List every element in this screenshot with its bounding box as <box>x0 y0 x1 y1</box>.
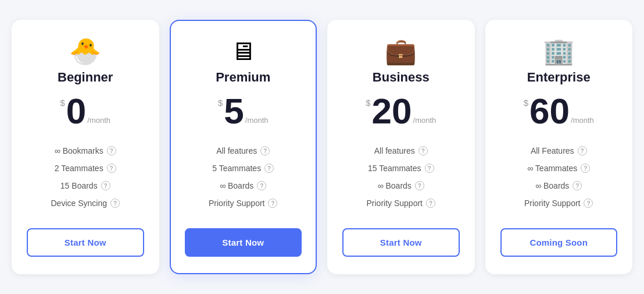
business-icon: 💼 <box>385 38 417 64</box>
plan-card-enterprise: 🏢Enterprise$60/monthAll Features?∞ Teamm… <box>485 20 633 274</box>
premium-feature-text-2: ∞ Boards <box>220 181 253 190</box>
business-feature-text-0: All features <box>374 146 415 155</box>
enterprise-title: Enterprise <box>527 70 591 85</box>
premium-icon: 🖥 <box>230 38 256 64</box>
business-feature-text-2: ∞ Boards <box>378 181 412 190</box>
premium-feature-0: All features? <box>185 142 302 160</box>
business-price-row: $20/month <box>366 93 436 129</box>
premium-feature-text-1: 5 Teammates <box>212 164 261 173</box>
business-feature-1: 15 Teammates? <box>342 160 460 177</box>
premium-feature-2: ∞ Boards? <box>185 177 302 194</box>
beginner-feature-text-3: Device Syncing <box>51 199 108 208</box>
business-feature-help-3[interactable]: ? <box>426 199 435 208</box>
enterprise-period: /month <box>571 116 594 125</box>
business-feature-0: All features? <box>342 142 460 160</box>
enterprise-feature-text-1: ∞ Teammates <box>527 164 577 173</box>
premium-amount: 5 <box>224 93 244 129</box>
premium-feature-text-0: All features <box>216 146 257 155</box>
beginner-feature-help-1[interactable]: ? <box>107 164 116 173</box>
premium-feature-help-1[interactable]: ? <box>264 164 274 173</box>
beginner-price-row: $0/month <box>60 93 110 129</box>
enterprise-features: All Features?∞ Teammates?∞ Boards?Priori… <box>500 142 618 212</box>
premium-feature-3: Priority Support? <box>185 194 302 212</box>
business-period: /month <box>413 116 437 125</box>
premium-title: Premium <box>216 70 270 85</box>
enterprise-price-row: $60/month <box>524 93 594 129</box>
plan-card-beginner: 🐣Beginner$0/month∞ Bookmarks?2 Teammates… <box>12 20 159 274</box>
premium-feature-1: 5 Teammates? <box>185 160 302 177</box>
plan-card-business: 💼Business$20/monthAll features?15 Teamma… <box>327 20 475 274</box>
enterprise-dollar: $ <box>524 98 528 108</box>
pricing-cards: 🐣Beginner$0/month∞ Bookmarks?2 Teammates… <box>12 20 632 274</box>
enterprise-feature-text-2: ∞ Boards <box>535 181 569 190</box>
business-feature-2: ∞ Boards? <box>342 177 460 194</box>
premium-features: All features?5 Teammates?∞ Boards?Priori… <box>185 142 302 212</box>
business-feature-text-1: 15 Teammates <box>368 164 421 173</box>
enterprise-feature-2: ∞ Boards? <box>500 177 618 194</box>
premium-price-row: $5/month <box>218 93 269 129</box>
enterprise-feature-help-2[interactable]: ? <box>573 181 582 190</box>
business-cta-button[interactable]: Start Now <box>342 228 460 257</box>
beginner-dollar: $ <box>60 98 65 108</box>
beginner-features: ∞ Bookmarks?2 Teammates?15 Boards?Device… <box>27 142 144 212</box>
business-feature-help-1[interactable]: ? <box>425 164 434 173</box>
beginner-period: /month <box>87 116 110 125</box>
enterprise-feature-text-3: Priority Support <box>524 199 580 208</box>
enterprise-feature-help-3[interactable]: ? <box>584 199 593 208</box>
beginner-feature-help-3[interactable]: ? <box>110 199 120 208</box>
enterprise-feature-3: Priority Support? <box>500 194 618 212</box>
enterprise-icon: 🏢 <box>543 38 575 64</box>
premium-dollar: $ <box>218 98 223 108</box>
premium-feature-help-2[interactable]: ? <box>257 181 266 190</box>
premium-feature-help-0[interactable]: ? <box>260 146 270 155</box>
business-feature-help-0[interactable]: ? <box>418 146 428 155</box>
enterprise-feature-text-0: All Features <box>531 146 574 155</box>
plan-card-premium: 🖥Premium$5/monthAll features?5 Teammates… <box>170 20 317 274</box>
beginner-feature-1: 2 Teammates? <box>27 160 144 177</box>
beginner-feature-3: Device Syncing? <box>27 194 144 212</box>
enterprise-cta-button[interactable]: Coming Soon <box>500 228 618 257</box>
premium-period: /month <box>245 116 269 125</box>
beginner-amount: 0 <box>66 93 86 129</box>
beginner-feature-text-2: 15 Boards <box>60 181 98 190</box>
enterprise-feature-help-1[interactable]: ? <box>581 164 590 173</box>
beginner-feature-help-0[interactable]: ? <box>107 146 116 155</box>
enterprise-feature-0: All Features? <box>500 142 618 160</box>
premium-feature-text-3: Priority Support <box>209 199 264 208</box>
enterprise-feature-1: ∞ Teammates? <box>500 160 618 177</box>
business-feature-help-2[interactable]: ? <box>415 181 424 190</box>
business-dollar: $ <box>366 98 370 108</box>
beginner-feature-0: ∞ Bookmarks? <box>27 142 144 160</box>
enterprise-feature-help-0[interactable]: ? <box>578 146 587 155</box>
business-features: All features?15 Teammates?∞ Boards?Prior… <box>342 142 460 212</box>
business-feature-text-3: Priority Support <box>367 199 423 208</box>
beginner-feature-help-2[interactable]: ? <box>101 181 110 190</box>
business-feature-3: Priority Support? <box>342 194 460 212</box>
beginner-feature-2: 15 Boards? <box>27 177 144 194</box>
beginner-feature-text-0: ∞ Bookmarks <box>55 146 103 155</box>
beginner-title: Beginner <box>58 70 113 85</box>
premium-cta-button[interactable]: Start Now <box>185 228 302 257</box>
beginner-cta-button[interactable]: Start Now <box>27 228 144 257</box>
beginner-feature-text-1: 2 Teammates <box>55 164 103 173</box>
business-title: Business <box>373 70 430 85</box>
business-amount: 20 <box>372 93 412 129</box>
premium-feature-help-3[interactable]: ? <box>268 199 277 208</box>
beginner-icon: 🐣 <box>69 38 101 64</box>
enterprise-amount: 60 <box>529 93 570 129</box>
